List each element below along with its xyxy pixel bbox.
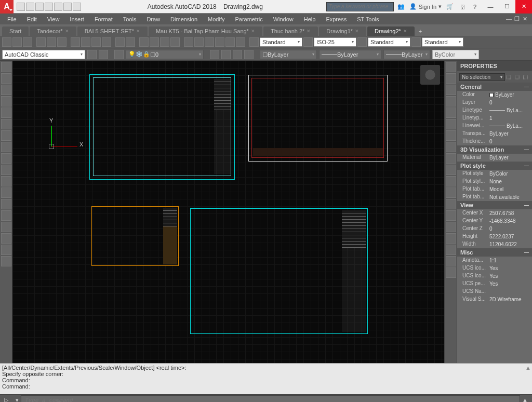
layer-tool2[interactable] <box>221 50 231 59</box>
command-prompt-icon[interactable]: ▷_ <box>2 397 14 403</box>
menu-draw[interactable]: Draw <box>141 15 165 23</box>
explode-tool[interactable] <box>446 233 456 244</box>
tb-save[interactable] <box>23 37 32 47</box>
array-tool[interactable] <box>446 108 456 118</box>
prop-ltscale[interactable]: Linetyp...1 <box>457 114 532 122</box>
ellipse-tool[interactable] <box>1 119 11 129</box>
menu-express[interactable]: Express <box>321 15 352 23</box>
prop-centerz[interactable]: Center Z0 <box>457 225 532 233</box>
prop-centery[interactable]: Center Y-1468.3348 <box>457 217 532 225</box>
command-history[interactable]: [All/Center/Dynamic/Extents/Previous/Sca… <box>0 363 532 394</box>
tb-undo[interactable] <box>115 37 125 47</box>
close-icon[interactable]: ✕ <box>307 29 311 34</box>
layer-tool4[interactable] <box>244 50 254 59</box>
prop-ucspervp[interactable]: UCS pe...Yes <box>457 280 532 288</box>
offset-tool[interactable] <box>446 96 456 106</box>
tb-sheetset[interactable] <box>215 37 224 47</box>
workspace-settings[interactable] <box>87 50 97 59</box>
prop-thickness[interactable]: Thickne...0 <box>457 138 532 145</box>
table-tool[interactable] <box>1 176 11 186</box>
maximize-button[interactable]: ☐ <box>499 0 515 14</box>
menu-format[interactable]: Format <box>89 15 118 23</box>
tb-markup[interactable] <box>225 37 235 47</box>
tab-bai5[interactable]: BAI 5 SHEET SET*✕ <box>77 26 148 36</box>
region-tool[interactable] <box>1 199 11 209</box>
tb-dimstyle-icon[interactable] <box>303 37 313 47</box>
prop-plottab[interactable]: Plot tab...Model <box>457 185 532 193</box>
section-misc[interactable]: Misc— <box>457 248 532 257</box>
join-tool[interactable] <box>446 199 456 209</box>
copy-tool[interactable] <box>446 73 456 84</box>
align-tool[interactable] <box>446 256 456 266</box>
tb-publish[interactable] <box>57 37 66 47</box>
layer-props-icon[interactable] <box>114 50 124 59</box>
mirror-tool[interactable] <box>446 85 456 95</box>
menu-edit[interactable]: Edit <box>22 15 42 23</box>
mdi-close[interactable]: ✕ <box>523 16 530 23</box>
prop-linetype[interactable]: LinetypeByLa... <box>457 106 532 114</box>
quick-select-icon[interactable]: ⬚ <box>506 73 513 81</box>
qat-undo[interactable] <box>63 3 72 11</box>
prop-layer[interactable]: Layer0 <box>457 99 532 106</box>
pickadd-icon[interactable]: ⬚ <box>523 73 530 81</box>
tb-paste[interactable] <box>91 37 101 47</box>
tb-zoomwin[interactable] <box>160 37 169 47</box>
tb-zoom[interactable] <box>150 37 159 47</box>
select-objects-icon[interactable]: ⬚ <box>514 73 522 81</box>
rotate-tool[interactable] <box>446 130 456 141</box>
qat-new[interactable] <box>17 3 25 11</box>
mtext-tool[interactable] <box>1 256 11 266</box>
tb-cut[interactable] <box>71 37 80 47</box>
minimize-button[interactable]: — <box>482 0 499 14</box>
tb-properties[interactable] <box>184 37 193 47</box>
qat-redo[interactable] <box>73 3 81 11</box>
layer-tool3[interactable] <box>233 50 242 59</box>
prop-ucsname[interactable]: UCS Na... <box>457 288 532 296</box>
mline-tool[interactable] <box>1 210 11 221</box>
linetype-dropdown[interactable]: ByLayer▾ <box>319 50 381 59</box>
section-plot[interactable]: Plot style— <box>457 162 532 170</box>
workspace-gear[interactable] <box>99 50 108 59</box>
workspace-dropdown[interactable]: AutoCAD Classic▾ <box>2 50 85 59</box>
tab-drawing2[interactable]: Drawing2*✕ <box>367 26 415 36</box>
tb-copy[interactable] <box>81 37 90 47</box>
menu-dimension[interactable]: Dimension <box>165 15 203 23</box>
tb-toolpalette[interactable] <box>205 37 214 47</box>
qat-saveas[interactable] <box>45 3 53 11</box>
close-icon[interactable]: ✕ <box>65 29 69 34</box>
fillet-tool[interactable] <box>446 222 456 232</box>
signin-button[interactable]: 👤 Sign In ▾ <box>409 3 442 10</box>
tb-zoomprev[interactable] <box>170 37 180 47</box>
close-icon[interactable]: ✕ <box>136 29 140 34</box>
menu-help[interactable]: Help <box>299 15 321 23</box>
hatch-tool[interactable] <box>1 130 11 141</box>
tb-new[interactable] <box>2 37 11 47</box>
tb-textstyle-icon[interactable] <box>249 37 259 47</box>
section-general[interactable]: General— <box>457 83 532 91</box>
tb-preview[interactable] <box>47 37 56 47</box>
menu-modify[interactable]: Modify <box>203 15 230 23</box>
qat-plot[interactable] <box>54 3 62 11</box>
tb-pan[interactable] <box>139 37 149 47</box>
prop-plotstyletable[interactable]: Plot styl...None <box>457 178 532 185</box>
tab-thuchanh2[interactable]: Thuc hanh 2*✕ <box>263 26 318 36</box>
ml-style-dropdown[interactable]: Standard▾ <box>422 37 463 47</box>
pedit-tool[interactable] <box>446 267 456 278</box>
prop-plottabtype[interactable]: Plot tab...Not available <box>457 193 532 201</box>
layer-dropdown[interactable]: 💡❄️🔒▢ 0▾ <box>126 50 204 59</box>
prop-material[interactable]: MaterialByLayer <box>457 154 532 162</box>
prop-height[interactable]: Height5222.0237 <box>457 233 532 240</box>
stretch-tool[interactable] <box>446 153 456 164</box>
scale-tool[interactable] <box>446 142 456 152</box>
lengthen-tool[interactable] <box>446 245 456 255</box>
wipeout-tool[interactable] <box>1 233 11 244</box>
text-tool[interactable] <box>1 187 11 198</box>
circle-tool[interactable] <box>1 85 11 95</box>
exchange-icon[interactable]: 🛒 <box>446 3 454 11</box>
close-icon[interactable]: ✕ <box>355 29 359 34</box>
drawing-canvas[interactable]: X Y <box>12 61 444 363</box>
menu-parametric[interactable]: Parametric <box>230 15 268 23</box>
donut-tool[interactable] <box>1 245 11 255</box>
infocenter-icon[interactable]: 👥 <box>397 3 405 11</box>
layer-tool1[interactable] <box>210 50 219 59</box>
